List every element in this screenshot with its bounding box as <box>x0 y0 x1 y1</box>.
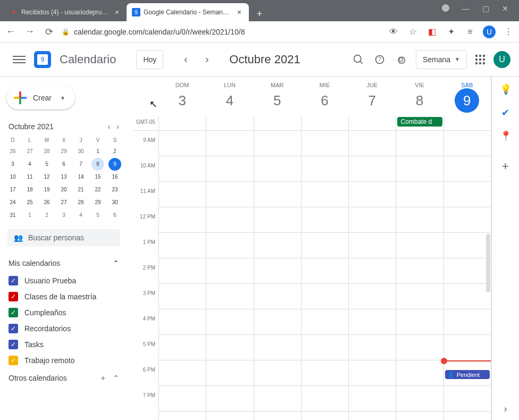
minical-day[interactable]: 31 <box>4 209 21 222</box>
calendar-item[interactable]: ✓Usuario Prueba <box>6 273 121 289</box>
allday-cell[interactable] <box>254 116 301 130</box>
minical-day[interactable]: 4 <box>21 158 38 171</box>
calendar-item[interactable]: ✓Recordatorios <box>6 321 121 337</box>
day-column[interactable] <box>254 131 301 420</box>
day-header[interactable]: VIE8 <box>396 77 443 116</box>
browser-tab-active[interactable]: 9 Google Calendario - Semana del × <box>127 3 249 21</box>
minical-day[interactable]: 21 <box>72 183 89 196</box>
minical-day[interactable]: 27 <box>21 145 38 158</box>
other-calendars-section[interactable]: Otros calendarios + ⌃ <box>4 368 123 388</box>
minical-day[interactable]: 3 <box>4 158 21 171</box>
minical-day[interactable]: 4 <box>72 209 89 222</box>
allday-cell[interactable] <box>301 116 348 130</box>
timed-event[interactable]: 👤Pendient <box>445 370 490 379</box>
calendar-checkbox[interactable]: ✓ <box>9 276 18 285</box>
allday-cell[interactable]: Combate d <box>396 116 443 130</box>
minical-day[interactable]: 6 <box>55 158 72 171</box>
settings-gear-icon[interactable] <box>395 53 407 66</box>
minical-next-button[interactable]: › <box>116 122 119 131</box>
allday-cell[interactable] <box>158 116 206 130</box>
minical-day[interactable]: 1 <box>89 145 106 158</box>
time-grid[interactable]: 9 AM10 AM11 AM12 PM1 PM2 PM3 PM4 PM5 PM6… <box>133 131 491 420</box>
minical-day[interactable]: 30 <box>106 196 123 209</box>
day-column[interactable] <box>206 131 253 420</box>
day-column[interactable] <box>301 131 348 420</box>
minical-day[interactable]: 5 <box>38 158 55 171</box>
calendar-checkbox[interactable]: ✓ <box>9 292 18 301</box>
minical-day[interactable]: 6 <box>106 209 123 222</box>
allday-cell[interactable] <box>348 116 396 130</box>
search-people-input[interactable]: 👥 Buscar personas <box>7 229 120 246</box>
minical-day[interactable]: 22 <box>89 183 106 196</box>
new-tab-button[interactable]: + <box>252 6 267 21</box>
day-column[interactable] <box>158 131 206 420</box>
minical-day[interactable]: 28 <box>38 145 55 158</box>
minical-day[interactable]: 25 <box>21 196 38 209</box>
tab-close-icon[interactable]: × <box>113 8 121 16</box>
collapse-panel-icon[interactable]: › <box>504 404 507 415</box>
view-selector[interactable]: Semana ▼ <box>416 50 467 69</box>
day-header[interactable]: LUN4 <box>206 77 253 116</box>
minical-day[interactable]: 16 <box>106 171 123 183</box>
day-header[interactable]: DOM3 <box>158 77 206 116</box>
maximize-button[interactable]: ▢ <box>482 4 489 13</box>
calendar-checkbox[interactable]: ✓ <box>9 324 18 333</box>
minical-day[interactable]: 19 <box>38 183 55 196</box>
minimize-button[interactable]: — <box>462 4 470 13</box>
day-column[interactable] <box>348 131 396 420</box>
calendar-item[interactable]: ✓Clases de la maestría <box>6 289 121 305</box>
extensions-puzzle-icon[interactable]: ✦ <box>445 26 457 38</box>
allday-event[interactable]: Combate d <box>397 117 442 127</box>
calendar-item[interactable]: ✓Trabajo remoto <box>6 352 121 368</box>
day-column[interactable]: 👤Pendient <box>443 131 491 420</box>
minical-day[interactable]: 23 <box>106 183 123 196</box>
add-calendar-icon[interactable]: + <box>101 374 105 382</box>
calendar-checkbox[interactable]: ✓ <box>9 308 18 317</box>
minical-day[interactable]: 13 <box>55 171 72 183</box>
keep-icon[interactable]: 💡 <box>500 84 511 95</box>
forward-button[interactable]: → <box>23 26 36 38</box>
minical-day[interactable]: 9 <box>106 158 123 171</box>
day-header[interactable]: MIÉ6 <box>301 77 348 116</box>
minical-day[interactable]: 2 <box>38 209 55 222</box>
day-column[interactable] <box>396 131 443 420</box>
browser-tab-inactive[interactable]: ✦ Recibidos (4) - usuariodepruebas × <box>4 3 127 21</box>
extension-icon[interactable]: ◧ <box>425 26 438 38</box>
minical-day[interactable]: 7 <box>72 158 89 171</box>
addons-icon[interactable]: + <box>502 159 509 173</box>
today-button[interactable]: Hoy <box>136 50 163 69</box>
google-apps-icon[interactable] <box>475 55 485 64</box>
minical-day[interactable]: 18 <box>21 183 38 196</box>
minical-day[interactable]: 20 <box>55 183 72 196</box>
day-header[interactable]: JUE7 <box>348 77 396 116</box>
minical-day[interactable]: 10 <box>4 171 21 183</box>
maps-icon[interactable]: 📍 <box>500 131 511 141</box>
create-button[interactable]: Crear ▼ <box>6 86 75 110</box>
minical-day[interactable]: 30 <box>72 145 89 158</box>
bookmark-star-icon[interactable]: ☆ <box>406 26 419 38</box>
minical-day[interactable]: 29 <box>55 145 72 158</box>
minical-day[interactable]: 14 <box>72 171 89 183</box>
help-icon[interactable]: ? <box>373 53 386 66</box>
minical-day[interactable]: 12 <box>38 171 55 183</box>
calendar-checkbox[interactable]: ✓ <box>9 340 18 349</box>
my-calendars-section[interactable]: Mis calendarios ⌃ <box>4 254 123 273</box>
minical-day[interactable]: 26 <box>38 196 55 209</box>
calendar-item[interactable]: ✓Cumpleaños <box>6 305 121 321</box>
calendar-item[interactable]: ✓Tasks <box>6 337 121 352</box>
browser-profile-avatar[interactable]: U <box>483 26 496 38</box>
allday-cell[interactable] <box>206 116 253 130</box>
minical-day[interactable]: 3 <box>55 209 72 222</box>
scrollbar-thumb[interactable] <box>486 234 490 292</box>
next-week-button[interactable]: › <box>199 52 214 67</box>
minical-prev-button[interactable]: ‹ <box>108 122 111 131</box>
minical-day[interactable]: 5 <box>89 209 106 222</box>
reading-list-icon[interactable]: ≡ <box>464 26 476 38</box>
day-header[interactable]: SÁB9 <box>443 77 491 116</box>
minical-day[interactable]: 15 <box>89 171 106 183</box>
minical-day[interactable]: 28 <box>72 196 89 209</box>
url-bar[interactable]: 🔒 calendar.google.com/calendar/u/0/r/wee… <box>62 28 381 36</box>
calendar-checkbox[interactable]: ✓ <box>9 356 18 365</box>
reload-button[interactable]: ⟳ <box>43 26 55 38</box>
restore-pages-chip[interactable] <box>442 4 449 12</box>
